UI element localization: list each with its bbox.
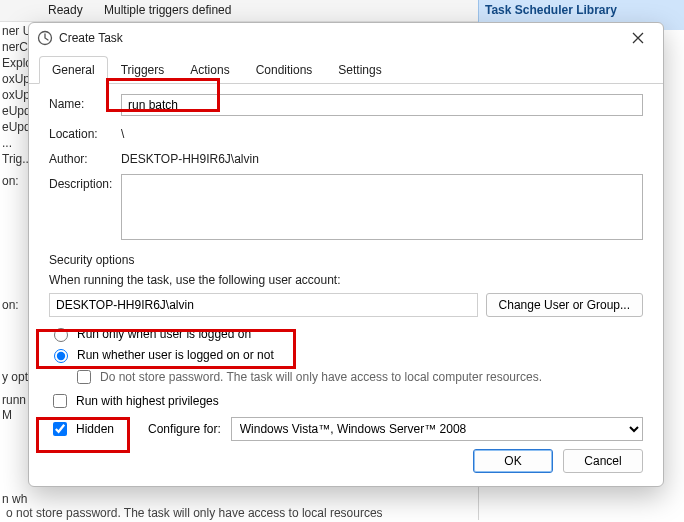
user-account-display: DESKTOP-HH9IR6J\alvin (49, 293, 478, 317)
no-store-pwd-row[interactable]: Do not store password. The task will onl… (73, 367, 643, 387)
hidden-checkbox[interactable] (53, 422, 67, 436)
bg-side-fragment: oxUp... (2, 88, 28, 102)
name-input[interactable] (121, 94, 643, 116)
task-scheduler-library-title: Task Scheduler Library (485, 3, 617, 17)
highest-priv-row[interactable]: Run with highest privileges (49, 391, 643, 411)
bg-fr2: runn (2, 393, 26, 407)
author-label: Author: (49, 149, 121, 166)
bg-side-fragment: nerCr... (2, 40, 28, 54)
radio-always-row[interactable]: Run whether user is logged on or not (49, 346, 643, 363)
titlebar: Create Task (29, 23, 663, 53)
bg-fr3: M (2, 408, 12, 422)
highest-priv-checkbox[interactable] (53, 394, 67, 408)
radio-always[interactable] (54, 349, 68, 363)
cancel-button[interactable]: Cancel (563, 449, 643, 473)
radio-always-label: Run whether user is logged on or not (77, 348, 274, 362)
bg-fr4: n wh (2, 492, 27, 506)
bg-side-fragment: ExplorerSk (2, 56, 28, 70)
task-icon (37, 30, 53, 46)
radio-logged-on[interactable] (54, 328, 68, 342)
bg-multi-trig: Multiple triggers defined (104, 3, 231, 17)
bg-on-label: on: (2, 298, 19, 312)
configure-for-label: Configure for: (148, 422, 221, 436)
radio-logged-on-label: Run only when user is logged on (77, 327, 251, 341)
bg-ready: Ready (48, 3, 83, 17)
dialog-title: Create Task (59, 31, 621, 45)
bg-side-fragment: ner Up... (2, 24, 28, 38)
tab-conditions[interactable]: Conditions (243, 56, 326, 84)
no-store-pwd-label: Do not store password. The task will onl… (100, 370, 542, 384)
hidden-row[interactable]: Hidden (49, 419, 114, 439)
bg-side-fragment: Trig... (2, 152, 28, 166)
description-input[interactable] (121, 174, 643, 240)
description-label: Description: (49, 174, 121, 191)
highest-priv-label: Run with highest privileges (76, 394, 219, 408)
close-button[interactable] (621, 25, 655, 51)
bg-bottom-note: o not store password. The task will only… (6, 506, 383, 520)
tab-body-general: Name: Location: \ Author: DESKTOP-HH9IR6… (29, 84, 663, 446)
create-task-dialog: Create Task General Triggers Actions Con… (28, 22, 664, 487)
close-icon (632, 32, 644, 44)
security-options-title: Security options (49, 253, 643, 267)
tab-general[interactable]: General (39, 56, 108, 84)
bg-fr1: y opt (2, 370, 28, 384)
dialog-footer: OK Cancel (29, 446, 663, 486)
bg-side-fragment: oxUp... (2, 72, 28, 86)
tab-actions[interactable]: Actions (177, 56, 242, 84)
no-store-pwd-checkbox[interactable] (77, 370, 91, 384)
radio-logged-on-row[interactable]: Run only when user is logged on (49, 325, 643, 342)
tab-settings[interactable]: Settings (325, 56, 394, 84)
bg-side-fragment: eUpd... (2, 104, 28, 118)
author-value: DESKTOP-HH9IR6J\alvin (121, 149, 259, 166)
location-label: Location: (49, 124, 121, 141)
bg-side-fragment: ... (2, 136, 28, 150)
bg-side-fragment: eUpd... (2, 120, 28, 134)
bg-side-fragments: ner Up...nerCr...ExplorerSkoxUp...oxUp..… (0, 22, 28, 502)
name-label: Name: (49, 94, 121, 111)
change-user-button[interactable]: Change User or Group... (486, 293, 643, 317)
tabstrip: General Triggers Actions Conditions Sett… (29, 55, 663, 84)
configure-for-select[interactable]: Windows Vista™, Windows Server™ 2008 (231, 417, 643, 441)
tab-triggers[interactable]: Triggers (108, 56, 178, 84)
hidden-label: Hidden (76, 422, 114, 436)
ok-button[interactable]: OK (473, 449, 553, 473)
location-value: \ (121, 124, 124, 141)
bg-side-fragment: on: (2, 174, 28, 188)
runas-caption: When running the task, use the following… (49, 273, 643, 287)
